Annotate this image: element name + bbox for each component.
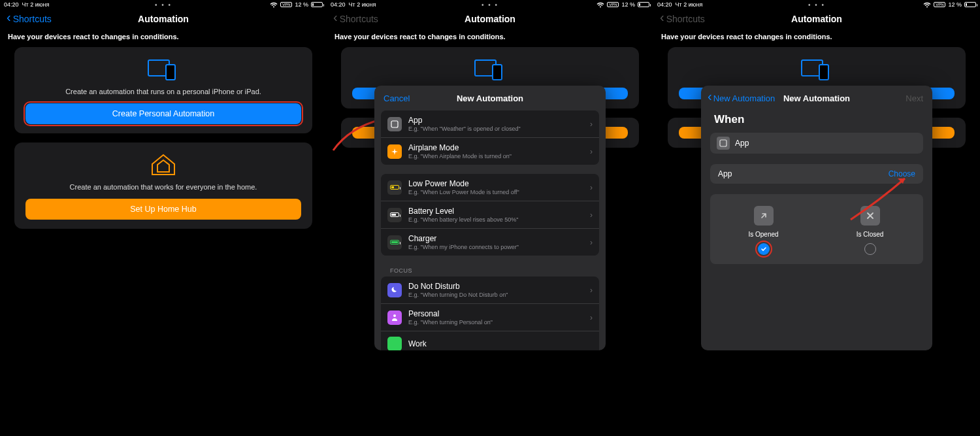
open-close-options: Is Opened Is Closed bbox=[710, 194, 923, 264]
devices-icon bbox=[20, 56, 307, 84]
back-button[interactable]: Shortcuts bbox=[660, 14, 705, 24]
chevron-right-icon: › bbox=[590, 147, 593, 156]
chevron-left-icon bbox=[7, 14, 11, 24]
option-is-closed[interactable]: Is Closed bbox=[817, 206, 923, 255]
app-icon bbox=[387, 117, 402, 131]
back-label: Shortcuts bbox=[340, 14, 378, 24]
trigger-row-lowpower[interactable]: Low Power ModeE.g. "When Low Power Mode … bbox=[381, 174, 599, 201]
row-title: Do Not Disturb bbox=[408, 282, 590, 291]
trigger-row-battery[interactable]: Battery LevelE.g. "When battery level ri… bbox=[381, 201, 599, 229]
back-label: Shortcuts bbox=[13, 14, 52, 24]
page-subtitle: Have your devices react to changes in co… bbox=[653, 29, 980, 47]
svg-rect-4 bbox=[391, 121, 398, 127]
row-subtitle: E.g. "When my iPhone connects to power" bbox=[408, 244, 590, 250]
row-subtitle: E.g. "When "Weather" is opened or closed… bbox=[408, 126, 590, 132]
next-button[interactable]: Next bbox=[906, 93, 923, 103]
app-row-label: App bbox=[718, 169, 732, 178]
window-dots[interactable]: • • • bbox=[482, 1, 498, 8]
airplane-icon bbox=[387, 144, 402, 159]
trigger-row-charger[interactable]: ChargerE.g. "When my iPhone connects to … bbox=[381, 229, 599, 256]
home-icon bbox=[20, 152, 307, 179]
battery-icon bbox=[964, 2, 976, 7]
moon-icon bbox=[387, 283, 402, 297]
trigger-row-personal[interactable]: PersonalE.g. "When turning Personal on" … bbox=[381, 304, 599, 331]
create-personal-automation-button[interactable]: Create Personal Automation bbox=[25, 103, 301, 124]
row-subtitle: E.g. "When battery level rises above 50%… bbox=[408, 216, 590, 223]
focus-section-label: FOCUS bbox=[381, 265, 599, 277]
app-choose-row[interactable]: App Choose bbox=[710, 164, 923, 184]
home-card-desc: Create an automation that works for ever… bbox=[20, 183, 307, 191]
battery-percent: 12 % bbox=[295, 1, 308, 8]
vpn-icon: VPN bbox=[280, 2, 292, 7]
screen-2: 04:20 Чт 2 июня • • • VPN 12 % Shortcuts… bbox=[327, 0, 653, 436]
chevron-left-icon bbox=[660, 14, 664, 24]
svg-point-5 bbox=[393, 314, 396, 317]
page-subtitle: Have your devices react to changes in co… bbox=[327, 29, 653, 47]
modal-back-button[interactable]: New Automation bbox=[708, 93, 775, 103]
screen-3: 04:20 Чт 2 июня • • • VPN 12 % Shortcuts… bbox=[653, 0, 980, 436]
trigger-row-airplane[interactable]: Airplane ModeE.g. "When Airplane Mode is… bbox=[381, 138, 599, 165]
row-subtitle: E.g. "When turning Personal on" bbox=[408, 319, 590, 326]
option-closed-label: Is Closed bbox=[857, 231, 884, 238]
trigger-row-dnd[interactable]: Do Not DisturbE.g. "When turning Do Not … bbox=[381, 277, 599, 304]
row-subtitle: E.g. "When Low Power Mode is turned off" bbox=[408, 189, 590, 195]
charger-icon bbox=[387, 235, 402, 250]
status-date: Чт 2 июня bbox=[349, 1, 376, 8]
chevron-right-icon: › bbox=[590, 120, 593, 129]
radio-checked[interactable] bbox=[758, 243, 770, 255]
row-subtitle: E.g. "When Airplane Mode is turned on" bbox=[408, 153, 590, 159]
back-button[interactable]: Shortcuts bbox=[333, 14, 378, 24]
home-automation-card: Create an automation that works for ever… bbox=[14, 143, 312, 229]
choose-link[interactable]: Choose bbox=[889, 169, 915, 178]
modal-title: New Automation bbox=[783, 93, 850, 103]
status-bar: 04:20 Чт 2 июня • • • VPN 12 % bbox=[653, 0, 980, 9]
svg-rect-1 bbox=[166, 65, 175, 80]
modal-title: New Automation bbox=[457, 93, 523, 103]
status-date: Чт 2 июня bbox=[676, 1, 703, 8]
personal-automation-card: Create an automation that runs on a pers… bbox=[14, 47, 312, 133]
chevron-right-icon: › bbox=[590, 313, 593, 322]
new-automation-modal: Cancel New Automation AppE.g. "When "Wea… bbox=[374, 86, 606, 350]
low-power-icon bbox=[387, 180, 402, 195]
status-bar: 04:20 Чт 2 июня • • • VPN 12 % bbox=[0, 0, 327, 9]
svg-rect-7 bbox=[819, 65, 828, 80]
status-time: 04:20 bbox=[657, 1, 672, 8]
vpn-icon: VPN bbox=[934, 2, 945, 7]
person-icon bbox=[387, 310, 402, 325]
when-heading: When bbox=[710, 110, 923, 133]
wifi-icon bbox=[923, 2, 931, 8]
status-date: Чт 2 июня bbox=[22, 1, 50, 8]
chevron-right-icon: › bbox=[590, 210, 593, 220]
app-square-icon bbox=[717, 137, 730, 150]
cancel-button[interactable]: Cancel bbox=[384, 93, 410, 103]
screen-1: 04:20 Чт 2 июня • • • VPN 12 % Shortcuts… bbox=[0, 0, 327, 436]
battery-icon bbox=[311, 2, 323, 7]
chevron-left-icon bbox=[333, 14, 338, 24]
row-title: App bbox=[408, 116, 590, 125]
row-title: Airplane Mode bbox=[408, 143, 590, 152]
setup-home-hub-button[interactable]: Set Up Home Hub bbox=[25, 199, 301, 220]
page-title: Automation bbox=[791, 14, 842, 24]
window-dots[interactable]: • • • bbox=[155, 1, 172, 8]
app-pill: App bbox=[710, 133, 923, 154]
app-trigger-modal: New Automation New Automation Next When … bbox=[701, 86, 932, 350]
page-subtitle: Have your devices react to changes in co… bbox=[0, 29, 327, 47]
battery-icon bbox=[638, 2, 649, 7]
trigger-row-work[interactable]: Work bbox=[381, 331, 599, 350]
status-bar: 04:20 Чт 2 июня • • • VPN 12 % bbox=[327, 0, 653, 9]
chevron-left-icon bbox=[708, 93, 712, 103]
row-title: Personal bbox=[408, 309, 590, 318]
back-button[interactable]: Shortcuts bbox=[7, 14, 52, 24]
window-dots[interactable]: • • • bbox=[808, 1, 825, 8]
page-title: Automation bbox=[465, 14, 515, 24]
option-is-opened[interactable]: Is Opened bbox=[710, 206, 817, 255]
row-subtitle: E.g. "When turning Do Not Disturb on" bbox=[408, 292, 590, 298]
vpn-icon: VPN bbox=[607, 2, 619, 7]
radio-unchecked[interactable] bbox=[864, 243, 876, 255]
svg-rect-8 bbox=[720, 140, 727, 146]
trigger-row-app[interactable]: AppE.g. "When "Weather" is opened or clo… bbox=[381, 110, 599, 138]
personal-card-desc: Create an automation that runs on a pers… bbox=[20, 88, 307, 95]
briefcase-icon bbox=[387, 337, 402, 350]
battery-level-icon bbox=[387, 208, 402, 222]
nav-bar: Shortcuts Automation bbox=[0, 9, 327, 29]
